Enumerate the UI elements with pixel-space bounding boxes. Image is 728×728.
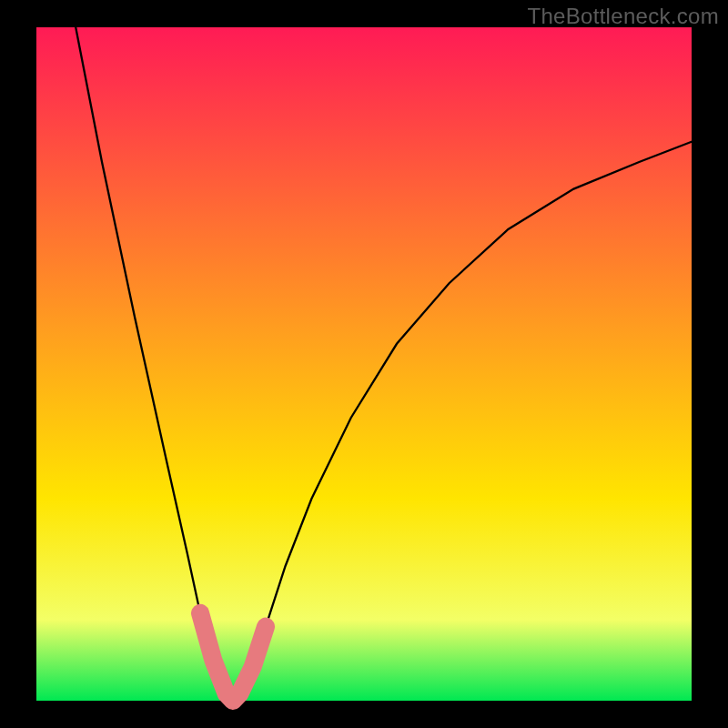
gradient-background xyxy=(36,27,692,701)
chart-frame: TheBottleneck.com xyxy=(0,0,728,728)
bottleneck-chart xyxy=(0,0,728,728)
watermark-text: TheBottleneck.com xyxy=(527,4,719,29)
